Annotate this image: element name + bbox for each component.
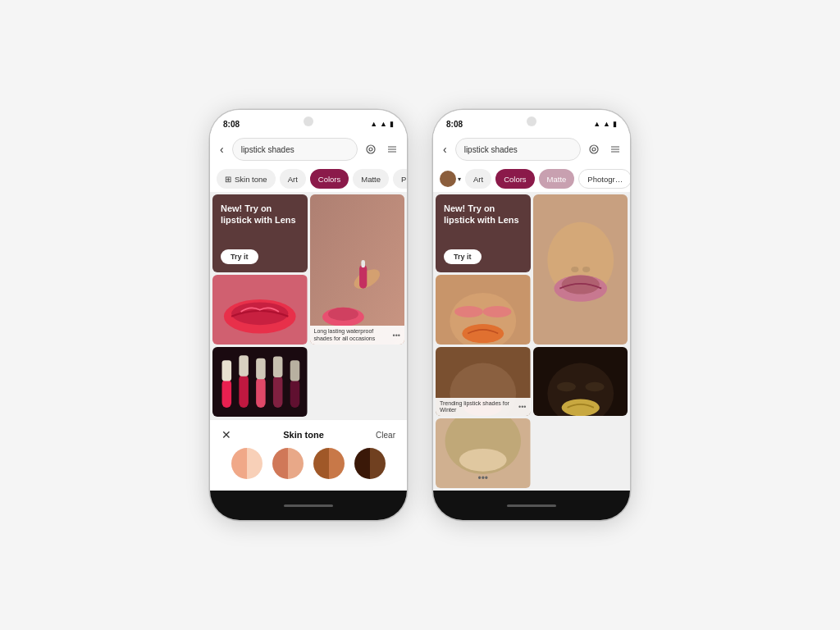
right-search-bar: ‹ lipstick shades (433, 133, 630, 166)
svg-point-0 (367, 145, 375, 153)
right-partial-image: ••• (436, 418, 531, 488)
right-search-icons (586, 141, 623, 158)
right-art-label: Art (473, 175, 483, 184)
left-try-on-headline: New! Try on lipstick with Lens (221, 203, 299, 226)
right-more-dots[interactable]: ••• (477, 472, 488, 484)
left-filter-row: ⊞ Skin tone Art Colors Matte P… (210, 166, 407, 192)
left-skin-tone-label: Skin tone (235, 175, 267, 184)
left-skin-panel-title: Skin tone (283, 430, 324, 440)
svg-point-41 (483, 307, 512, 318)
left-time: 8:08 (223, 120, 240, 129)
right-skin-brown-chip[interactable] (440, 171, 456, 187)
right-phone-status-bar: 8:08 ▲ ▲ ▮ (433, 110, 630, 133)
svg-point-34 (561, 275, 599, 294)
main-scene: 8:08 ▲ ▲ ▮ ‹ lipstick shades (0, 0, 840, 630)
svg-rect-18 (239, 375, 249, 408)
right-home-indicator[interactable] (507, 504, 556, 507)
svg-point-48 (556, 382, 575, 392)
left-caption-text: Long lasting waterproof shades for all o… (314, 328, 393, 342)
left-swatch-dark[interactable] (354, 448, 386, 479)
right-time: 8:08 (446, 120, 463, 129)
right-lips-svg (533, 194, 628, 345)
svg-rect-21 (256, 358, 266, 379)
right-filter-icon[interactable] (607, 141, 623, 158)
right-matte-label: Matte (547, 175, 567, 184)
right-caption-text: Trending lipstick shades for Winter (440, 400, 518, 414)
svg-point-26 (590, 145, 598, 153)
left-home-indicator[interactable] (284, 504, 333, 507)
right-search-text: lipstick shades (464, 145, 518, 154)
svg-rect-19 (239, 356, 249, 377)
left-search-icons (363, 141, 400, 158)
wifi-icon: ▲ (380, 120, 387, 128)
left-swatch-medium[interactable] (313, 448, 345, 479)
left-try-on-card: New! Try on lipstick with Lens Try it (212, 194, 308, 272)
left-skin-panel-close[interactable]: ✕ (221, 428, 231, 441)
left-skin-panel-clear[interactable]: Clear (376, 431, 395, 440)
left-status-icons: ▲ ▲ ▮ (370, 120, 394, 128)
left-lips-image (212, 275, 308, 345)
svg-rect-17 (222, 360, 232, 381)
left-matte-label: Matte (361, 175, 381, 184)
right-skin-tone-selector[interactable]: ▾ (440, 171, 461, 187)
right-colors-chip[interactable]: Colors (495, 169, 534, 189)
left-back-button[interactable]: ‹ (217, 141, 227, 158)
right-dark-face-svg (533, 347, 628, 417)
left-camera-notch (304, 116, 313, 126)
right-phone-bottom (433, 491, 630, 520)
left-try-it-button[interactable]: Try it (221, 249, 258, 264)
left-search-field[interactable]: lipstick shades (232, 138, 358, 161)
right-art-chip[interactable]: Art (465, 169, 491, 189)
battery-icon: ▮ (390, 120, 394, 128)
right-search-field[interactable]: lipstick shades (455, 138, 581, 161)
left-matte-chip[interactable]: Matte (353, 169, 389, 189)
left-phone: 8:08 ▲ ▲ ▮ ‹ lipstick shades (210, 110, 407, 520)
right-lips-color-image (533, 194, 628, 345)
svg-rect-24 (290, 379, 300, 408)
right-camera-search-icon[interactable] (586, 141, 602, 158)
right-colors-label: Colors (504, 175, 526, 184)
right-matte-chip[interactable]: Matte (539, 169, 575, 189)
right-try-it-button[interactable]: Try it (444, 249, 482, 264)
right-face-1-svg (436, 275, 531, 345)
left-skin-swatches (221, 448, 395, 482)
left-lipstick-apply-image: Long lasting waterproof shades for all o… (310, 194, 405, 345)
svg-rect-9 (361, 260, 365, 267)
right-signal-icon: ▲ (593, 120, 600, 128)
left-swatch-medium-light[interactable] (272, 448, 304, 479)
right-camera-notch (527, 116, 536, 126)
left-dots-menu[interactable]: ••• (393, 331, 400, 340)
left-image-grid: New! Try on lipstick with Lens Try it (210, 192, 407, 419)
left-more-chip[interactable]: P… (393, 169, 407, 189)
right-caption-bar: Trending lipstick shades for Winter ••• (436, 398, 531, 417)
left-phone-bottom (210, 491, 407, 520)
left-colors-chip[interactable]: Colors (310, 169, 349, 189)
right-back-button[interactable]: ‹ (440, 141, 450, 158)
left-more-label: P… (401, 175, 407, 184)
right-phone: 8:08 ▲ ▲ ▮ ‹ lipstick shades (433, 110, 630, 520)
left-art-label: Art (288, 175, 298, 184)
left-art-chip[interactable]: Art (280, 169, 306, 189)
left-filter-icon[interactable] (384, 141, 400, 158)
left-swatch-light[interactable] (231, 448, 262, 479)
right-photo-chip[interactable]: Photogr… (578, 169, 630, 189)
right-battery-icon: ▮ (613, 120, 617, 128)
left-camera-search-icon[interactable] (363, 141, 379, 158)
svg-rect-23 (273, 357, 283, 377)
left-skin-tone-chip[interactable]: ⊞ Skin tone (217, 169, 276, 189)
svg-point-27 (592, 148, 596, 151)
left-skin-panel-header: ✕ Skin tone Clear (221, 428, 395, 441)
left-products-image (212, 347, 308, 417)
right-try-on-headline: New! Try on lipstick with Lens (444, 203, 523, 226)
svg-point-11 (327, 308, 358, 321)
right-dots-menu[interactable]: ••• (518, 403, 526, 411)
right-skin-chevron: ▾ (458, 176, 461, 183)
right-image-grid: New! Try on lipstick with Lens Try it (433, 192, 630, 491)
svg-rect-8 (359, 265, 367, 289)
lips-svg (212, 275, 308, 345)
svg-rect-16 (222, 379, 232, 408)
left-skin-panel: ✕ Skin tone Clear (210, 419, 407, 491)
svg-point-1 (369, 148, 372, 151)
svg-point-49 (585, 382, 604, 392)
svg-point-52 (459, 449, 507, 472)
